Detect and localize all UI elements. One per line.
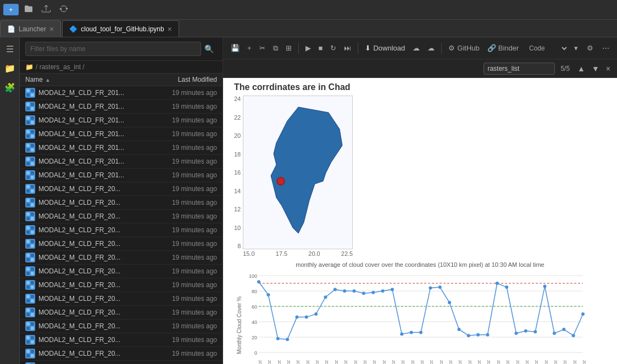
svg-rect-41 <box>26 199 30 202</box>
table-row[interactable]: MODAL2_M_CLD_FR_201... 19 minutes ago <box>20 86 223 100</box>
svg-text:2019-06-01: 2019-06-01 <box>258 360 262 364</box>
x-axis-label: 20.0 <box>308 250 320 257</box>
svg-rect-12 <box>31 116 34 120</box>
raster-file-icon <box>25 211 35 221</box>
settings-button[interactable]: ⚙ <box>583 42 597 54</box>
save-button[interactable]: 💾 <box>227 42 243 54</box>
restart-button[interactable]: ↻ <box>327 42 340 54</box>
table-row[interactable]: MODAL2_M_CLD_FR_20... 19 minutes ago <box>20 320 223 333</box>
svg-rect-71 <box>26 281 30 284</box>
search-close-button[interactable]: × <box>604 63 613 74</box>
svg-text:2022-03-01: 2022-03-01 <box>573 360 577 364</box>
add-cell-button[interactable]: + <box>244 42 255 54</box>
search-input[interactable] <box>25 42 201 56</box>
table-row[interactable]: MODAL2_M_CLD_FR_201... 19 minutes ago <box>20 169 223 182</box>
upload-button[interactable] <box>38 2 54 17</box>
more-options-button[interactable]: ⋯ <box>599 42 613 54</box>
svg-text:40: 40 <box>252 320 257 325</box>
table-row[interactable]: MODAL2_M_CLD_FR_20... 19 minutes ago <box>20 361 223 364</box>
y-axis-label: 8 <box>237 243 241 249</box>
svg-text:100: 100 <box>249 273 257 279</box>
menu-icon-button[interactable]: ☰ <box>4 42 16 57</box>
svg-rect-33 <box>26 176 30 179</box>
search-prev-button[interactable]: ▲ <box>575 63 587 74</box>
download-button[interactable]: ⬇ Download <box>362 42 408 54</box>
map-chart-area: 15.017.520.022.5 <box>243 96 353 257</box>
toolbar-right: Code Markdown ▾ ⚙ ⋯ <box>527 42 613 54</box>
table-row[interactable]: MODAL2_M_CLD_FR_20... 19 minutes ago <box>20 237 223 251</box>
table-row[interactable]: MODAL2_M_CLD_FR_201... 19 minutes ago <box>20 114 223 127</box>
file-name: MODAL2_M_CLD_FR_20... <box>38 226 140 234</box>
table-row[interactable]: MODAL2_M_CLD_FR_201... 19 minutes ago <box>20 141 223 155</box>
svg-rect-77 <box>31 295 34 298</box>
run-button[interactable]: ▶ <box>302 42 314 54</box>
cloud-chart-container: Monthly Cloud Cover % 1008060402002019-0… <box>234 270 606 364</box>
raster-file-icon <box>25 349 35 359</box>
svg-text:2020-01-01: 2020-01-01 <box>325 360 329 364</box>
download-cloud-button[interactable]: ☁ <box>424 42 438 54</box>
file-modified: 19 minutes ago <box>140 254 217 261</box>
table-row[interactable]: MODAL2_M_CLD_FR_20... 19 minutes ago <box>20 347 223 361</box>
table-row[interactable]: MODAL2_M_CLD_FR_20... 19 minutes ago <box>20 251 223 265</box>
table-row[interactable]: MODAL2_M_CLD_FR_20... 19 minutes ago <box>20 196 223 210</box>
svg-rect-46 <box>26 212 30 216</box>
folder-icon-button[interactable]: 📁 <box>2 61 18 76</box>
table-row[interactable]: MODAL2_M_CLD_FR_20... 19 minutes ago <box>20 265 223 278</box>
table-row[interactable]: MODAL2_M_CLD_FR_20... 19 minutes ago <box>20 223 223 237</box>
table-row[interactable]: MODAL2_M_CLD_FR_20... 19 minutes ago <box>20 278 223 292</box>
svg-rect-43 <box>26 203 30 206</box>
svg-rect-39 <box>31 189 34 193</box>
table-row[interactable]: MODAL2_M_CLD_FR_20... 19 minutes ago <box>20 182 223 196</box>
column-name[interactable]: Name ▲ <box>25 76 140 83</box>
table-row[interactable]: MODAL2_M_CLD_FR_20... 19 minutes ago <box>20 210 223 223</box>
fast-forward-button[interactable]: ⏭ <box>341 42 354 54</box>
cloud-chart-title: monthly average of cloud cover over the … <box>234 261 606 268</box>
file-name: MODAL2_M_CLD_FR_20... <box>38 254 140 261</box>
cut-button[interactable]: ✂ <box>256 42 269 54</box>
table-row[interactable]: MODAL2_M_CLD_FR_20... 19 minutes ago <box>20 292 223 306</box>
table-row[interactable]: MODAL2_M_CLD_FR_20... 19 minutes ago <box>20 333 223 347</box>
binder-button[interactable]: 🔗 Binder <box>484 42 522 54</box>
raster-file-icon <box>25 266 35 276</box>
refresh-button[interactable] <box>56 2 71 17</box>
svg-point-130 <box>353 289 356 293</box>
notebook-search-input[interactable] <box>483 63 555 75</box>
table-row[interactable]: MODAL2_M_CLD_FR_201... 19 minutes ago <box>20 127 223 141</box>
svg-text:2021-10-01: 2021-10-01 <box>525 360 529 364</box>
folder-open-button[interactable] <box>21 2 36 17</box>
github-button[interactable]: ⚙ GitHub <box>445 42 482 54</box>
kernel-menu-button[interactable]: ▾ <box>571 42 581 54</box>
new-button[interactable]: + <box>3 4 19 15</box>
svg-rect-23 <box>26 148 30 152</box>
kernel-select[interactable]: Code Markdown <box>527 44 569 53</box>
launcher-tab-close[interactable]: × <box>49 25 54 33</box>
svg-text:2020-12-01: 2020-12-01 <box>430 360 433 364</box>
plus-icon: + <box>9 5 13 14</box>
table-row[interactable]: MODAL2_M_CLD_FR_20... 19 minutes ago <box>20 306 223 320</box>
svg-rect-26 <box>26 158 30 161</box>
svg-rect-32 <box>31 171 34 175</box>
table-row[interactable]: MODAL2_M_CLD_FR_201... 19 minutes ago <box>20 155 223 169</box>
svg-text:2021-11-01: 2021-11-01 <box>535 360 538 364</box>
svg-point-148 <box>524 329 527 333</box>
file-modified: 19 minutes ago <box>140 350 217 357</box>
notebook-tab-close[interactable]: × <box>168 25 172 33</box>
tab-launcher[interactable]: 📄 Launcher × <box>0 20 61 37</box>
svg-rect-88 <box>26 327 30 330</box>
stop-button[interactable]: ■ <box>315 42 326 54</box>
paste-button[interactable]: ⊞ <box>282 42 295 54</box>
search-next-button[interactable]: ▼ <box>590 63 602 74</box>
table-row[interactable]: MODAL2_M_CLD_FR_201... 19 minutes ago <box>20 100 223 114</box>
upload-cloud-button[interactable]: ☁ <box>409 42 423 54</box>
svg-point-131 <box>362 292 365 295</box>
column-modified[interactable]: Last Modified <box>140 76 217 83</box>
svg-text:2021-08-01: 2021-08-01 <box>506 360 510 364</box>
file-modified: 19 minutes ago <box>140 336 217 344</box>
svg-point-139 <box>438 285 442 289</box>
tab-notebook[interactable]: 🔷 cloud_tool_for_GitHub.ipynb × <box>62 20 179 37</box>
copy-button[interactable]: ⧉ <box>270 42 281 54</box>
extension-icon-button[interactable]: 🧩 <box>2 80 18 95</box>
search-button[interactable]: 🔍 <box>201 42 217 55</box>
map-y-axis: 24222018161412108 <box>234 96 243 249</box>
file-name: MODAL2_M_CLD_FR_201... <box>38 116 140 124</box>
